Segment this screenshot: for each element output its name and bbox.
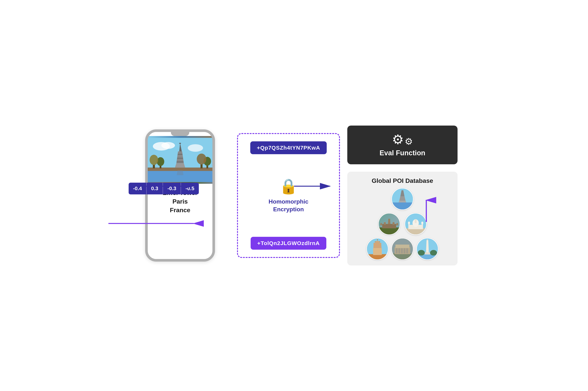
poi-row-middle	[378, 213, 427, 235]
svg-rect-26	[177, 158, 183, 159]
svg-rect-75	[425, 252, 430, 254]
svg-point-50	[408, 222, 410, 224]
right-side: ⚙ ⚙ Eval Function Global POI Database	[347, 126, 457, 265]
eval-label: Eval Function	[379, 149, 425, 157]
svg-rect-22	[179, 143, 181, 144]
svg-point-77	[430, 250, 437, 256]
enc-label: Homomorphic Encryption	[269, 198, 308, 213]
eval-function-box: ⚙ ⚙ Eval Function	[347, 126, 457, 164]
vector-val-3: -0.3	[163, 183, 181, 195]
svg-marker-58	[379, 243, 381, 248]
phone-country: France	[170, 206, 190, 214]
poi-eiffel	[391, 188, 414, 210]
poi-row-top	[391, 188, 414, 210]
svg-marker-56	[375, 241, 380, 248]
svg-rect-63	[392, 253, 413, 259]
svg-rect-69	[404, 248, 406, 254]
gear-group: ⚙ ⚙	[392, 133, 413, 146]
gear-large-icon: ⚙	[392, 133, 404, 146]
svg-rect-67	[398, 248, 400, 254]
svg-point-52	[421, 222, 423, 224]
lock-icon: 🔒	[279, 178, 298, 195]
svg-marker-35	[399, 201, 406, 203]
enc-middle: 🔒 Homomorphic Encryption	[269, 178, 308, 213]
svg-rect-48	[415, 219, 417, 223]
svg-rect-25	[178, 154, 182, 155]
vector-val-4: -0.5	[181, 183, 199, 195]
phone-image	[148, 136, 212, 184]
svg-point-10	[188, 144, 203, 152]
poi-angkor	[378, 213, 400, 235]
poi-sagrada	[366, 238, 388, 260]
svg-marker-40	[384, 222, 386, 225]
poi-database-box: Global POI Database	[347, 172, 457, 265]
svg-rect-70	[406, 248, 408, 254]
enc-token-bottom: +TolQn2JLGWOzdlrnA	[251, 237, 326, 250]
svg-rect-37	[379, 227, 400, 234]
svg-point-9	[161, 142, 175, 149]
svg-rect-65	[395, 245, 409, 248]
svg-marker-57	[373, 243, 376, 248]
svg-marker-42	[380, 223, 382, 225]
diagram-container: -0.4 0.3 -0.3 -0.5	[37, 126, 551, 265]
svg-point-30	[197, 154, 206, 165]
gear-small-icon: ⚙	[405, 137, 413, 146]
svg-marker-41	[393, 222, 395, 225]
vector-bar: -0.4 0.3 -0.3 -0.5	[129, 183, 199, 195]
svg-marker-43	[396, 223, 398, 225]
poi-row-bottom	[366, 238, 439, 260]
svg-rect-68	[401, 248, 403, 254]
poi-obelisk	[416, 238, 439, 260]
poi-title: Global POI Database	[372, 177, 433, 184]
svg-rect-27	[177, 162, 183, 162]
vector-val-2: 0.3	[147, 183, 163, 195]
svg-rect-45	[405, 228, 426, 234]
svg-marker-24	[175, 163, 185, 168]
svg-marker-34	[399, 196, 406, 201]
enc-token-top: +Qp7QSZh4tYN7PKwA	[250, 141, 327, 154]
poi-monument2	[391, 238, 414, 260]
poi-images	[366, 188, 439, 260]
svg-rect-32	[392, 202, 413, 209]
phone: Eiffel Tower Paris France	[145, 129, 215, 262]
svg-point-76	[418, 250, 425, 256]
phone-notch	[171, 132, 189, 136]
svg-point-29	[149, 155, 158, 165]
eiffel-scene-svg	[148, 136, 212, 184]
svg-rect-55	[373, 248, 382, 255]
svg-marker-28	[177, 170, 183, 175]
vector-val-1: -0.4	[129, 183, 147, 195]
svg-marker-39	[388, 219, 390, 224]
poi-taj	[405, 213, 427, 235]
phone-wrapper: -0.4 0.3 -0.3 -0.5	[131, 129, 230, 262]
phone-city: Paris	[172, 198, 188, 205]
svg-rect-66	[396, 248, 398, 254]
encryption-box: +Qp7QSZh4tYN7PKwA 🔒 Homomorphic Encrypti…	[237, 133, 340, 258]
